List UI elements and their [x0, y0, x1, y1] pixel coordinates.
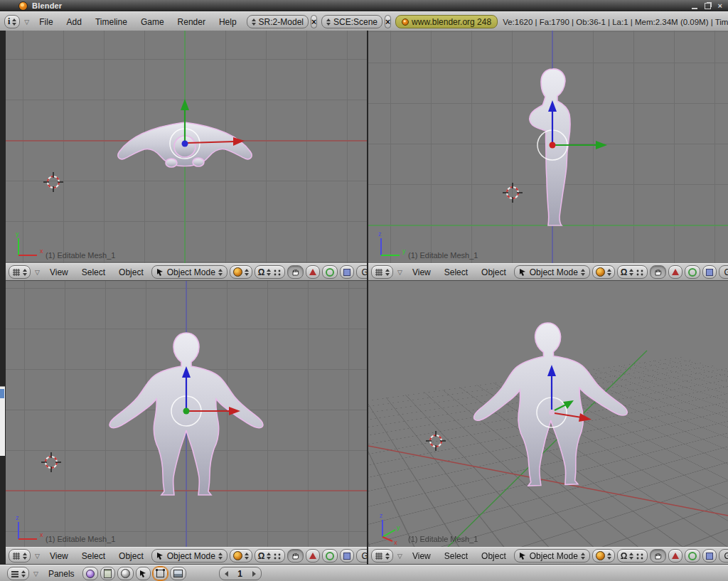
- restore-button[interactable]: [705, 3, 711, 9]
- translate-manipulator-button[interactable]: [668, 549, 682, 563]
- mesh-persp-view[interactable]: [471, 320, 630, 487]
- viewport-persp-canvas[interactable]: z y x (1) Editable Mesh_1: [368, 281, 728, 548]
- collapse-menus-icon[interactable]: ▽: [22, 18, 31, 26]
- view-menu[interactable]: View: [407, 551, 437, 561]
- menu-timeline[interactable]: Timeline: [90, 17, 133, 27]
- mode-dropdown[interactable]: Object Mode: [151, 265, 228, 279]
- orientation-dropdown[interactable]: Global: [356, 549, 367, 563]
- menu-render[interactable]: Render: [172, 17, 211, 27]
- logic-icon: [86, 570, 95, 578]
- translate-manipulator-button[interactable]: [668, 265, 682, 279]
- draw-type-button[interactable]: [592, 265, 615, 279]
- scale-manipulator-button[interactable]: [340, 265, 354, 279]
- select-menu[interactable]: Select: [76, 267, 111, 277]
- frame-prev-icon[interactable]: [225, 571, 228, 577]
- translate-manipulator-button[interactable]: [306, 265, 320, 279]
- view-menu[interactable]: View: [407, 267, 437, 277]
- collapse-menus-icon[interactable]: ▽: [31, 570, 41, 577]
- editor-type-button-buttons[interactable]: [7, 567, 29, 580]
- view-menu[interactable]: View: [44, 551, 74, 561]
- orientation-label: Global: [724, 551, 728, 561]
- orientation-dropdown[interactable]: Global: [356, 265, 367, 279]
- mode-selector-icon: [218, 553, 223, 560]
- rotate-manipulator-button[interactable]: [685, 549, 700, 563]
- scale-manipulator-button[interactable]: [702, 549, 717, 563]
- collapse-menus-icon[interactable]: ▽: [33, 269, 42, 276]
- scene-statistics: Ve:1620 | Fa:1790 | Ob:36-1 | La:1 | Mem…: [500, 18, 728, 26]
- collapse-menus-icon[interactable]: ▽: [33, 553, 42, 560]
- menu-add[interactable]: Add: [61, 17, 87, 27]
- editor-type-button[interactable]: [9, 549, 31, 563]
- rotate-manipulator-button[interactable]: [322, 265, 338, 279]
- editor-type-button[interactable]: [371, 265, 393, 279]
- delete-scene-button[interactable]: ×: [385, 15, 391, 28]
- panels-menu[interactable]: Panels: [43, 569, 80, 579]
- object-context-button[interactable]: [136, 567, 151, 580]
- orientation-label: Global: [361, 267, 367, 277]
- menu-help[interactable]: Help: [213, 17, 242, 27]
- view-menu[interactable]: View: [44, 267, 74, 277]
- scale-manipulator-button[interactable]: [340, 549, 354, 563]
- browse-screens-icon: [252, 18, 256, 26]
- orientation-label: Global: [361, 551, 367, 561]
- select-menu[interactable]: Select: [439, 267, 473, 277]
- pivot-selector-icon: [629, 269, 633, 276]
- orientation-dropdown[interactable]: Global: [719, 549, 728, 563]
- draw-type-button[interactable]: [592, 549, 615, 563]
- scene-selector[interactable]: SCE:Scene: [321, 15, 382, 28]
- close-button[interactable]: ×: [718, 2, 722, 9]
- object-menu[interactable]: Object: [476, 267, 512, 277]
- rotate-manipulator-button[interactable]: [685, 265, 700, 279]
- scene-context-button[interactable]: [170, 567, 186, 580]
- view3d-grid-icon: [375, 552, 383, 560]
- delete-screen-button[interactable]: ×: [311, 15, 317, 28]
- object-menu[interactable]: Object: [113, 267, 149, 277]
- mode-dropdown[interactable]: Object Mode: [514, 265, 590, 279]
- pivot-button[interactable]: Ω: [255, 265, 286, 279]
- object-menu[interactable]: Object: [476, 551, 512, 561]
- editor-type-button[interactable]: [9, 265, 31, 279]
- menu-game[interactable]: Game: [135, 17, 170, 27]
- mode-dropdown[interactable]: Object Mode: [151, 549, 228, 563]
- draw-type-button[interactable]: [230, 265, 252, 279]
- collapse-menus-icon[interactable]: ▽: [395, 553, 405, 560]
- editing-context-button[interactable]: [153, 567, 168, 580]
- mode-dropdown[interactable]: Object Mode: [514, 549, 590, 563]
- manipulator-hand-button[interactable]: [650, 265, 666, 279]
- shading-context-button[interactable]: [117, 567, 134, 580]
- hand-icon: [291, 268, 300, 277]
- viewport-front-canvas[interactable]: z x (1) Editable Mesh_1: [6, 281, 367, 548]
- select-menu[interactable]: Select: [439, 551, 473, 561]
- translate-manipulator-button[interactable]: [306, 549, 320, 563]
- blender-org-link[interactable]: www.blender.org 248: [395, 15, 498, 28]
- editor-type-button-info[interactable]: i: [4, 15, 20, 28]
- editor-type-selector-icon: [21, 570, 26, 577]
- scale-manipulator-button[interactable]: [702, 265, 717, 279]
- frame-next-icon[interactable]: [252, 571, 256, 577]
- script-context-button[interactable]: [100, 567, 115, 580]
- viewport-top-canvas[interactable]: y x (1) Editable Mesh_1: [6, 31, 367, 265]
- manipulator-hand-button[interactable]: [650, 549, 666, 563]
- minimize-button[interactable]: [692, 2, 697, 9]
- object-menu[interactable]: Object: [113, 551, 149, 561]
- viewport-side-canvas[interactable]: z y (1) Editable Mesh_1: [368, 31, 728, 265]
- frame-stepper[interactable]: 1: [219, 567, 262, 580]
- manipulator-hand-button[interactable]: [287, 265, 304, 279]
- pivot-button[interactable]: Ω: [617, 549, 648, 563]
- menu-file[interactable]: File: [33, 17, 58, 27]
- select-menu[interactable]: Select: [76, 551, 111, 561]
- screen-selector[interactable]: SR:2-Model: [247, 15, 309, 28]
- editor-type-button[interactable]: [371, 549, 393, 563]
- pivot-button[interactable]: Ω: [255, 549, 286, 563]
- frame-number[interactable]: 1: [234, 569, 247, 579]
- rotate-manipulator-button[interactable]: [322, 549, 338, 563]
- pivot-button[interactable]: Ω: [617, 265, 648, 279]
- viewport-top: y x (1) Editable Mesh_1 ▽ View Select Ob…: [6, 31, 367, 281]
- logic-context-button[interactable]: [82, 567, 98, 580]
- mesh-side-view[interactable]: [530, 69, 570, 225]
- orientation-dropdown[interactable]: Global: [719, 265, 728, 279]
- manipulator-hand-button[interactable]: [287, 549, 304, 563]
- draw-type-button[interactable]: [230, 549, 252, 563]
- solid-drawtype-icon: [233, 267, 242, 277]
- collapse-menus-icon[interactable]: ▽: [395, 269, 405, 276]
